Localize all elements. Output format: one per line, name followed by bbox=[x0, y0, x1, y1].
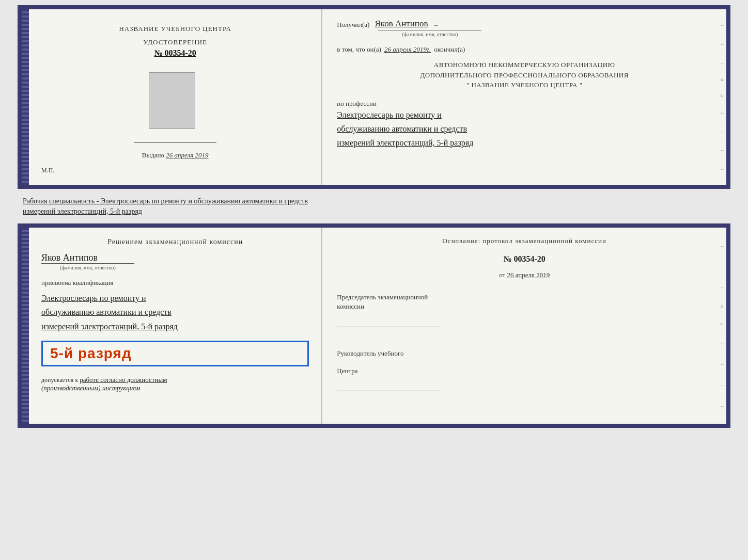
photo-placeholder bbox=[149, 72, 195, 129]
rank-stamp: 5-й разряд bbox=[41, 341, 309, 366]
training-center-title: НАЗВАНИЕ УЧЕБНОГО ЦЕНТРА bbox=[119, 25, 231, 33]
org-line2: ДОПОЛНИТЕЛЬНОГО ПРОФЕССИОНАЛЬНОГО ОБРАЗО… bbox=[337, 70, 712, 81]
confirm-end: окончил(а) bbox=[434, 45, 465, 54]
allowed-block: допускается к работе согласно должностны… bbox=[41, 376, 309, 392]
issued-block: Выдано 26 апреля 2019 bbox=[142, 151, 209, 159]
allowed-handwritten: работе согласно должностным bbox=[80, 376, 167, 383]
commission-title: Решением экзаменационной комиссии bbox=[41, 238, 309, 246]
qualification-block: Электрослесарь по ремонту и обслуживанию… bbox=[41, 291, 309, 333]
bottom-book-right-page: Основание: протокол экзаменационной коми… bbox=[322, 228, 726, 424]
qual-line3: измерений электростанций, 5-й разряд bbox=[41, 319, 309, 333]
chairman-block: Председатель экзаменационной комиссии bbox=[337, 293, 712, 327]
head-title2: Центра bbox=[337, 366, 712, 376]
confirm-date: 26 апреля 2019г. bbox=[384, 45, 431, 54]
profession-label: по профессии bbox=[337, 100, 712, 108]
bottom-book: Решением экзаменационной комиссии Яков А… bbox=[18, 223, 730, 428]
profession-line3: измерений электростанций, 5-й разряд bbox=[337, 136, 712, 150]
cert-number: № 00354-20 bbox=[143, 49, 207, 58]
head-block: Руководитель учебного Центра bbox=[337, 341, 712, 391]
top-book: НАЗВАНИЕ УЧЕБНОГО ЦЕНТРА УДОСТОВЕРЕНИЕ №… bbox=[18, 5, 730, 189]
head-signature-line bbox=[337, 379, 440, 391]
chairman-title1: Председатель экзаменационной bbox=[337, 293, 712, 302]
specialty-text: Рабочая специальность - Электрослесарь п… bbox=[18, 193, 730, 219]
protocol-date-block: от 26 апреля 2019 bbox=[337, 271, 712, 279]
profession-block: по профессии Электрослесарь по ремонту и… bbox=[337, 97, 712, 150]
top-book-right-page: Получил(а) Яков Антипов – (фамилия, имя,… bbox=[322, 9, 726, 185]
confirm-block: в том, что он(а) 26 апреля 2019г. окончи… bbox=[337, 45, 712, 54]
right-side-marks: – – – и а ← – – – bbox=[718, 9, 726, 185]
bottom-right-side-marks: – – – и а ← – – – bbox=[718, 228, 726, 424]
allowed-handwritten2: (производственным) инструкциям bbox=[41, 384, 141, 392]
bottom-book-spine bbox=[22, 228, 29, 424]
issued-label: Выдано bbox=[142, 151, 164, 159]
recipient-name: Яков Антипов bbox=[375, 19, 428, 29]
org-line1: АВТОНОМНУЮ НЕКОММЕРЧЕСКУЮ ОРГАНИЗАЦИЮ bbox=[337, 60, 712, 70]
profession-line1: Электрослесарь по ремонту и bbox=[337, 108, 712, 122]
chairman-title2: комиссии bbox=[337, 302, 712, 311]
specialty-main: Рабочая специальность - Электрослесарь п… bbox=[23, 197, 308, 205]
qual-line1: Электрослесарь по ремонту и bbox=[41, 291, 309, 305]
commission-name-block: Яков Антипов (фамилия, имя, отчество) bbox=[41, 250, 309, 270]
confirm-label: в том, что он(а) bbox=[337, 45, 381, 54]
protocol-date-value: 26 апреля 2019 bbox=[507, 271, 550, 279]
commission-fio-hint: (фамилия, имя, отчество) bbox=[41, 263, 134, 270]
recipient-block: Получил(а) Яков Антипов – (фамилия, имя,… bbox=[337, 19, 712, 37]
issued-date: 26 апреля 2019 bbox=[166, 151, 208, 159]
protocol-number: № 00354-20 bbox=[337, 254, 712, 264]
bottom-book-left-page: Решением экзаменационной комиссии Яков А… bbox=[29, 228, 322, 424]
protocol-date-prefix: от bbox=[499, 271, 505, 279]
received-label: Получил(а) bbox=[337, 21, 369, 29]
allowed-label: допускается к bbox=[41, 376, 78, 383]
org-block: АВТОНОМНУЮ НЕКОММЕРЧЕСКУЮ ОРГАНИЗАЦИЮ ДО… bbox=[337, 60, 712, 90]
fio-hint-top: (фамилия, имя, отчество) bbox=[378, 30, 481, 37]
commission-name: Яков Антипов bbox=[41, 252, 98, 263]
chairman-signature-line bbox=[337, 315, 440, 327]
cert-label: УДОСТОВЕРЕНИЕ bbox=[143, 38, 207, 46]
specialty-secondary: измерений электростанций, 5-й разряд bbox=[23, 207, 142, 215]
top-book-left-page: НАЗВАНИЕ УЧЕБНОГО ЦЕНТРА УДОСТОВЕРЕНИЕ №… bbox=[29, 9, 322, 185]
head-title1: Руководитель учебного bbox=[337, 349, 712, 358]
top-book-spine bbox=[22, 9, 29, 185]
org-line3: " НАЗВАНИЕ УЧЕБНОГО ЦЕНТРА " bbox=[337, 80, 712, 90]
basis-title: Основание: протокол экзаменационной коми… bbox=[337, 237, 712, 245]
mp-label: М.П. bbox=[41, 167, 54, 174]
profession-line2: обслуживанию автоматики и средств bbox=[337, 122, 712, 136]
cert-block: УДОСТОВЕРЕНИЕ № 00354-20 bbox=[143, 38, 207, 58]
qual-line2: обслуживанию автоматики и средств bbox=[41, 305, 309, 319]
qualification-label: присвоена квалификация bbox=[41, 279, 309, 287]
